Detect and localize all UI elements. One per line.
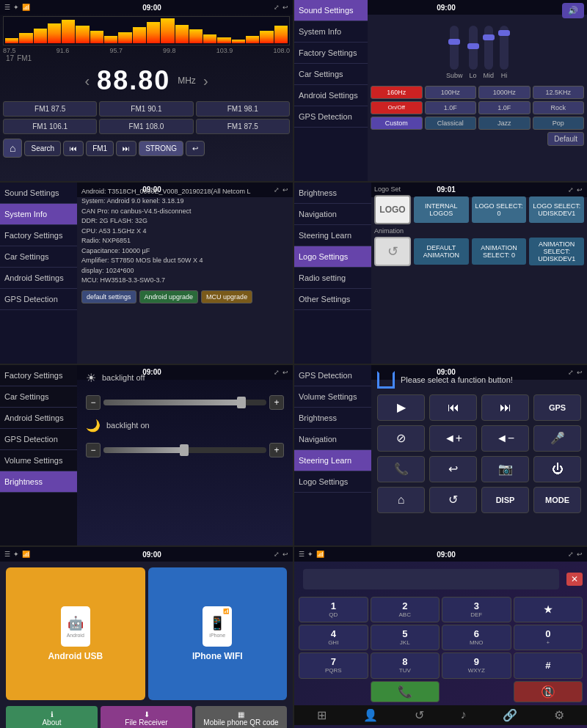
- next-button[interactable]: ⏭: [116, 141, 136, 156]
- preset-custom[interactable]: Custom: [371, 117, 423, 130]
- logo-select-udisk-btn[interactable]: LOGO SELECT: UDISKDEV1: [529, 196, 584, 223]
- sidebar-volume[interactable]: Volume Settings: [0, 450, 77, 471]
- preset-btn-6[interactable]: FM1 87.5: [196, 119, 290, 134]
- about-btn[interactable]: ℹ About: [6, 706, 98, 728]
- backlight-off-minus[interactable]: −: [86, 395, 101, 410]
- sidebar-android-settings[interactable]: Android Settings: [294, 85, 368, 106]
- search-button[interactable]: Search: [24, 141, 61, 156]
- key-3[interactable]: 3 DEF: [442, 597, 511, 622]
- key-4[interactable]: 4 GHI: [299, 625, 368, 650]
- key-9[interactable]: 9 WXYZ: [442, 652, 511, 678]
- preset-btn-3[interactable]: FM1 98.1: [196, 101, 290, 117]
- backlight-off-plus[interactable]: +: [269, 395, 284, 410]
- steer-home[interactable]: ⌂: [377, 487, 425, 513]
- key-5[interactable]: 5 JKL: [371, 625, 440, 650]
- steer-mode[interactable]: MODE: [533, 487, 581, 513]
- band-button[interactable]: FM1: [86, 141, 114, 156]
- key-6[interactable]: 6 MNO: [442, 625, 511, 650]
- mid-slider[interactable]: [484, 26, 493, 70]
- key-star[interactable]: ★: [514, 597, 583, 622]
- key-7[interactable]: 7 PQRS: [299, 652, 368, 678]
- sidebar-car[interactable]: Car Settings: [0, 246, 77, 268]
- key-8[interactable]: 8 TUV: [371, 652, 440, 678]
- sidebar-system-info[interactable]: System Info: [294, 21, 368, 43]
- sidebar-other[interactable]: Other Settings: [294, 289, 371, 310]
- preset-classical[interactable]: Classical: [425, 117, 477, 130]
- key-0plus[interactable]: 0 +: [514, 625, 583, 650]
- default-animation-btn[interactable]: DEFAULT ANIMATION: [414, 238, 469, 265]
- anim-select-udisk-btn[interactable]: ANIMATION SELECT: UDISKDEV1: [529, 238, 584, 265]
- steer-play[interactable]: ▶: [377, 394, 425, 421]
- mcu-upgrade-btn[interactable]: MCU upgrade: [201, 290, 252, 304]
- hi-slider[interactable]: [500, 26, 508, 70]
- qr-code-btn[interactable]: ▦ Mobile phone QR code: [195, 706, 287, 728]
- sidebar-gps[interactable]: GPS Detection: [0, 429, 77, 450]
- eq-val-2[interactable]: 1.0F: [425, 101, 477, 114]
- iphone-wifi-option[interactable]: 📶 📱 iPhone IPhone WIFI: [148, 567, 288, 700]
- backlight-on-plus[interactable]: +: [269, 443, 284, 457]
- default-button[interactable]: Default: [547, 132, 584, 146]
- phone-recents-btn[interactable]: ↺: [415, 708, 424, 722]
- strong-button[interactable]: STRONG: [139, 141, 183, 156]
- phone-delete-btn[interactable]: ✕: [566, 573, 583, 586]
- phone-settings-btn[interactable]: ⚙: [554, 708, 564, 722]
- sidebar-brightness[interactable]: Brightness: [0, 471, 77, 493]
- sidebar-logo[interactable]: Logo Settings: [294, 471, 371, 493]
- eq-val-4[interactable]: Rock: [533, 101, 585, 114]
- home-button[interactable]: ⌂: [3, 139, 22, 158]
- backlight-on-track[interactable]: [103, 447, 266, 453]
- sidebar-android[interactable]: Android Settings: [0, 408, 77, 429]
- sidebar-navigation[interactable]: Navigation: [294, 204, 371, 225]
- preset-jazz[interactable]: Jazz: [478, 117, 531, 130]
- preset-btn-1[interactable]: FM1 87.5: [3, 101, 97, 117]
- freq-down-arrow[interactable]: ‹: [84, 73, 90, 89]
- sound-icon-btn[interactable]: 🔊: [562, 3, 584, 18]
- steer-return[interactable]: ↩: [429, 456, 477, 482]
- steer-mute[interactable]: ⊘: [377, 425, 425, 452]
- steer-gps[interactable]: GPS: [533, 394, 581, 421]
- sidebar-volume[interactable]: Volume Settings: [294, 386, 371, 408]
- sidebar-gps[interactable]: GPS Detection: [0, 289, 77, 310]
- steer-disp[interactable]: DISP: [481, 487, 529, 513]
- sidebar-steering[interactable]: Steering Learn: [294, 225, 371, 246]
- freq-up-arrow[interactable]: ›: [203, 73, 208, 89]
- sidebar-radio[interactable]: Radio setting: [294, 268, 371, 289]
- anim-select-0-btn[interactable]: ANIMATION SELECT: 0: [472, 238, 527, 265]
- steer-prev[interactable]: ⏮: [429, 394, 477, 421]
- sidebar-factory[interactable]: Factory Settings: [0, 365, 77, 386]
- steer-camera[interactable]: 📷: [481, 456, 529, 482]
- steer-vol-down[interactable]: ◄−: [481, 425, 529, 452]
- sidebar-car[interactable]: Car Settings: [0, 386, 77, 408]
- logo-select-0-btn[interactable]: LOGO SELECT: 0: [472, 196, 527, 223]
- key-1[interactable]: 1 QD: [299, 597, 368, 622]
- sidebar-gps-detection[interactable]: GPS Detection: [294, 106, 368, 128]
- sidebar-gps[interactable]: GPS Detection: [294, 365, 371, 386]
- preset-btn-4[interactable]: FM1 106.1: [3, 119, 97, 134]
- steer-power[interactable]: ⏻: [533, 456, 581, 482]
- preset-btn-2[interactable]: FM1 90.1: [99, 101, 193, 117]
- sidebar-brightness[interactable]: Brightness: [294, 408, 371, 429]
- key-hash[interactable]: #: [514, 652, 583, 678]
- android-usb-option[interactable]: 🤖 Android Android USB: [6, 567, 145, 700]
- steer-vol-up[interactable]: ◄+: [429, 425, 477, 452]
- file-receiver-btn[interactable]: ⬇ File Receiver: [101, 706, 192, 728]
- sidebar-factory[interactable]: Factory Settings: [0, 225, 77, 246]
- phone-app-btn[interactable]: ⊞: [317, 708, 327, 722]
- steer-back[interactable]: ↺: [429, 487, 477, 513]
- preset-btn-5[interactable]: FM1 108.0: [99, 119, 193, 134]
- steer-call[interactable]: 📞: [377, 456, 425, 482]
- sidebar-brightness[interactable]: Brightness: [294, 183, 371, 204]
- steer-mic[interactable]: 🎤: [533, 425, 581, 452]
- phone-music-btn[interactable]: ♪: [460, 708, 466, 722]
- sidebar-navigation[interactable]: Navigation: [294, 429, 371, 450]
- eq-1khz[interactable]: 1000Hz: [478, 86, 531, 99]
- sidebar-sound-settings[interactable]: Sound Settings: [294, 0, 368, 21]
- sidebar-sound[interactable]: Sound Settings: [0, 183, 77, 204]
- eq-100hz[interactable]: 100Hz: [425, 86, 477, 99]
- eq-125khz[interactable]: 12.5KHz: [533, 86, 585, 99]
- key-2[interactable]: 2 ABC: [371, 597, 440, 622]
- eq-val-3[interactable]: 1.0F: [478, 101, 531, 114]
- default-settings-btn[interactable]: default settings: [81, 290, 136, 304]
- backlight-on-minus[interactable]: −: [86, 443, 101, 457]
- subw-slider[interactable]: [450, 26, 459, 70]
